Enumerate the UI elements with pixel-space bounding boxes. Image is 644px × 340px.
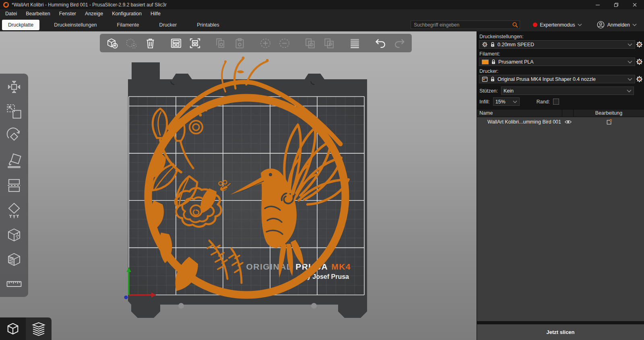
delete-all-icon <box>144 37 157 49</box>
menu-fenster[interactable]: Fenster <box>55 9 80 18</box>
expert-mode-dot-icon <box>533 23 537 27</box>
chevron-down-icon <box>632 23 637 27</box>
arrange-button[interactable] <box>168 35 184 51</box>
mode-selector[interactable]: Expertenmodus <box>533 22 582 28</box>
filament-edit-button[interactable] <box>636 58 643 65</box>
search-icon[interactable] <box>512 22 518 28</box>
chevron-down-icon <box>627 43 632 46</box>
eye-icon <box>565 120 572 124</box>
restore-icon <box>614 2 619 7</box>
place-on-face-icon <box>6 152 23 169</box>
restore-button[interactable] <box>607 0 625 9</box>
print-settings-value: 0.20mm SPEED <box>497 42 625 47</box>
move-button[interactable] <box>5 78 23 96</box>
edit-object-icon <box>606 119 612 125</box>
login-button[interactable]: Anmelden <box>597 21 637 29</box>
split-to-parts-icon <box>323 37 335 49</box>
variable-layer-height-icon <box>349 37 361 49</box>
move-icon <box>6 78 23 95</box>
printer-value: Original Prusa MK4 Input Shaper 0.4 nozz… <box>497 76 625 82</box>
preview-layers-icon <box>30 320 47 337</box>
object-row[interactable]: WallArt Kolibri...umming Bird 001 <box>477 117 644 127</box>
scale-button[interactable] <box>5 102 23 121</box>
variable-layer-height-button[interactable] <box>347 35 362 51</box>
supports-value: Kein <box>504 88 627 94</box>
add-object-button[interactable] <box>105 35 120 51</box>
sidebar-divider <box>477 321 644 324</box>
place-on-face-button[interactable] <box>5 151 23 170</box>
brim-checkbox[interactable] <box>553 99 559 105</box>
login-label: Anmelden <box>607 22 630 28</box>
menu-datei[interactable]: Datei <box>1 9 21 18</box>
titlebar: *WallArt Kolibri - Humming Bird 001 - Pr… <box>0 0 644 9</box>
print-bed-scene: ORIGINALPRUSAMK4 by Josef Prusa <box>0 31 477 340</box>
infill-value: 15% <box>495 99 513 105</box>
supports-label: Stützen: <box>479 88 498 94</box>
object-name: WallArt Kolibri...umming Bird 001 <box>477 119 562 125</box>
split-to-objects-icon <box>304 37 316 49</box>
arrange-selection-icon <box>189 37 201 49</box>
column-name: Name <box>477 109 562 117</box>
tab-druckplatte[interactable]: Druckplatte <box>2 20 39 30</box>
tab-drucker[interactable]: Drucker <box>153 20 182 30</box>
remove-instance-icon <box>278 37 291 49</box>
rotate-button[interactable] <box>5 127 23 145</box>
printer-edit-button[interactable] <box>636 76 643 82</box>
filament-label: Filament: <box>479 51 644 57</box>
menu-anzeige[interactable]: Anzeige <box>80 9 107 18</box>
remove-instance-button[interactable] <box>277 35 292 51</box>
cut-icon <box>6 177 23 194</box>
arrange-selection-button[interactable] <box>187 35 202 51</box>
scale-icon <box>6 103 23 120</box>
filament-combo[interactable]: Prusament PLA <box>479 58 635 66</box>
paint-supports-button[interactable] <box>5 201 23 219</box>
search-input[interactable] <box>411 21 520 29</box>
chevron-down-icon <box>627 60 632 64</box>
brim-label: Rand: <box>537 99 550 105</box>
measure-button[interactable] <box>5 274 23 293</box>
remove-object-button[interactable] <box>124 35 139 51</box>
undo-button[interactable] <box>373 35 388 51</box>
split-to-objects-button[interactable] <box>302 35 318 51</box>
tab-druckeinstellungen[interactable]: Druckeinstellungen <box>48 20 102 30</box>
seam-painting-button[interactable] <box>5 225 23 244</box>
3d-viewport[interactable]: ORIGINALPRUSAMK4 by Josef Prusa <box>0 31 477 340</box>
object-visibility-toggle[interactable] <box>562 120 574 124</box>
delete-all-button[interactable] <box>142 35 158 51</box>
3d-editor-view-button[interactable] <box>0 317 26 340</box>
rotate-icon <box>6 128 23 144</box>
printer-label: Drucker: <box>479 68 644 74</box>
tab-filamente[interactable]: Filamente <box>111 20 145 30</box>
arrange-icon <box>170 37 182 49</box>
infill-select[interactable]: 15% <box>493 97 520 106</box>
cut-button[interactable] <box>5 176 23 195</box>
menubar: Datei Bearbeiten Fenster Anzeige Konfigu… <box>0 9 644 18</box>
gear-icon <box>636 58 643 65</box>
paste-button[interactable] <box>232 35 247 51</box>
menu-konfiguration[interactable]: Konfiguration <box>107 9 146 18</box>
filament-color-swatch <box>482 60 489 64</box>
split-to-parts-button[interactable] <box>321 35 336 51</box>
minimize-button[interactable] <box>588 0 607 9</box>
preview-view-button[interactable] <box>26 317 52 340</box>
slice-now-button[interactable]: Jetzt slicen <box>477 324 644 340</box>
redo-button[interactable] <box>392 35 407 51</box>
remove-object-icon <box>125 37 138 49</box>
seam-painting-icon <box>6 226 23 243</box>
menu-hilfe[interactable]: Hilfe <box>146 9 165 18</box>
print-settings-combo[interactable]: 0.20mm SPEED <box>479 40 635 49</box>
add-instance-button[interactable] <box>258 35 273 51</box>
tab-printables[interactable]: Printables <box>191 20 225 30</box>
supports-select[interactable]: Kein <box>501 87 634 95</box>
copy-button[interactable] <box>213 35 228 51</box>
multimaterial-painting-button[interactable] <box>5 250 23 268</box>
menu-bearbeiten[interactable]: Bearbeiten <box>21 9 54 18</box>
close-button[interactable] <box>625 0 644 9</box>
3d-editor-view-icon <box>4 320 21 337</box>
object-edit-action[interactable] <box>574 119 644 125</box>
user-icon <box>597 21 605 29</box>
print-settings-edit-button[interactable] <box>636 41 643 48</box>
undo-icon <box>374 37 387 49</box>
mode-label: Expertenmodus <box>540 22 575 28</box>
printer-combo[interactable]: Original Prusa MK4 Input Shaper 0.4 nozz… <box>479 75 635 83</box>
